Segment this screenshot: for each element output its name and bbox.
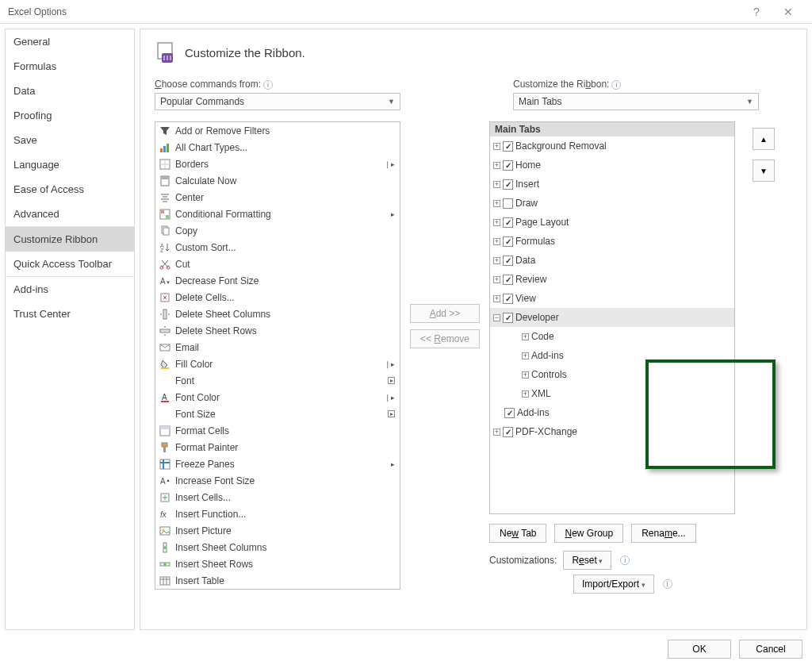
command-item[interactable]: Insert Sheet Columns (155, 539, 400, 555)
remove-button[interactable]: << Remove (410, 329, 480, 348)
choose-commands-dropdown[interactable]: Popular Commands▼ (155, 93, 400, 110)
sidebar-item-trust-center[interactable]: Trust Center (6, 302, 134, 326)
expand-toggle[interactable]: + (522, 352, 529, 359)
ok-button[interactable]: OK (668, 640, 731, 659)
command-item[interactable]: AFont Color❘▸ (155, 389, 400, 406)
command-item[interactable]: All Chart Types... (155, 139, 400, 156)
command-item[interactable]: Freeze Panes▸ (155, 456, 400, 472)
expand-toggle[interactable]: + (493, 200, 500, 207)
close-button[interactable]: ✕ (772, 6, 804, 18)
command-item[interactable]: Copy (155, 222, 400, 239)
command-item[interactable]: AZCustom Sort... (155, 239, 400, 256)
tab-group-item[interactable]: +XML (490, 384, 734, 403)
expand-toggle[interactable]: + (493, 162, 500, 169)
sidebar-item-advanced[interactable]: Advanced (6, 202, 134, 226)
tab-item-pdf-xchange[interactable]: +PDF-XChange (490, 422, 734, 441)
command-item[interactable]: Insert Table (155, 572, 400, 589)
sidebar-item-formulas[interactable]: Formulas (6, 54, 134, 79)
tab-item-review[interactable]: +Review (490, 270, 734, 289)
tab-checkbox[interactable] (503, 141, 513, 152)
expand-toggle[interactable]: + (522, 333, 529, 340)
command-item[interactable]: Delete Sheet Columns (155, 306, 400, 322)
sidebar-item-customize-ribbon[interactable]: Customize Ribbon (6, 227, 134, 252)
tab-checkbox[interactable] (503, 236, 513, 247)
command-item[interactable]: Email (155, 339, 400, 356)
tab-checkbox[interactable] (503, 294, 513, 304)
sidebar-item-data[interactable]: Data (6, 79, 134, 103)
command-item[interactable]: Cut (155, 256, 400, 272)
sidebar-item-general[interactable]: General (6, 29, 134, 54)
info-icon[interactable]: i (663, 579, 672, 589)
import-export-button[interactable]: Import/Export (573, 575, 654, 594)
tab-checkbox[interactable] (503, 160, 513, 171)
expand-toggle[interactable]: − (493, 314, 500, 321)
expand-toggle[interactable]: + (493, 143, 500, 150)
command-item[interactable]: Fill Color❘▸ (155, 356, 400, 372)
tab-item-view[interactable]: +View (490, 289, 734, 308)
tab-item-add-ins[interactable]: Add-ins (490, 403, 734, 422)
command-item[interactable]: A▼Decrease Font Size (155, 272, 400, 289)
command-item[interactable]: Conditional Formatting▸ (155, 206, 400, 222)
command-item[interactable]: Font Size (155, 406, 400, 422)
command-item[interactable]: fxInsert Function... (155, 505, 400, 522)
move-up-button[interactable]: ▲ (753, 128, 775, 150)
info-icon[interactable]: i (263, 80, 273, 90)
tab-item-data[interactable]: +Data (490, 251, 734, 270)
tab-checkbox[interactable] (504, 408, 515, 418)
command-item[interactable]: Center (155, 189, 400, 206)
expand-toggle[interactable]: + (493, 257, 500, 264)
command-item[interactable]: Insert Picture (155, 522, 400, 539)
expand-toggle[interactable]: + (493, 429, 500, 436)
move-down-button[interactable]: ▼ (753, 160, 775, 182)
tab-item-home[interactable]: +Home (490, 156, 734, 175)
sidebar-item-quick-access-toolbar[interactable]: Quick Access Toolbar (6, 252, 134, 276)
command-item[interactable]: Format Painter (155, 439, 400, 456)
new-group-button[interactable]: New Group (554, 524, 623, 543)
command-item[interactable]: Font (155, 372, 400, 389)
tab-checkbox[interactable] (503, 198, 513, 209)
expand-toggle[interactable]: + (493, 238, 500, 245)
tab-item-draw[interactable]: +Draw (490, 194, 734, 213)
commands-listbox[interactable]: Add or Remove FiltersAll Chart Types...B… (155, 121, 400, 590)
command-item[interactable]: Delete Sheet Rows (155, 322, 400, 339)
expand-toggle[interactable]: + (493, 276, 500, 283)
tab-item-formulas[interactable]: +Formulas (490, 232, 734, 251)
tab-checkbox[interactable] (503, 275, 513, 285)
expand-toggle[interactable]: + (493, 295, 500, 302)
sidebar-item-save[interactable]: Save (6, 128, 134, 152)
cancel-button[interactable]: Cancel (739, 640, 802, 659)
sidebar-item-language[interactable]: Language (6, 152, 134, 177)
tab-checkbox[interactable] (503, 179, 513, 190)
info-icon[interactable]: i (611, 80, 621, 90)
info-icon[interactable]: i (620, 555, 630, 565)
tab-item-developer[interactable]: −Developer (490, 308, 734, 327)
reset-button[interactable]: Reset (563, 551, 611, 570)
tab-item-insert[interactable]: +Insert (490, 175, 734, 194)
tab-item-background-removal[interactable]: +Background Removal (490, 136, 734, 156)
ribbon-tabs-tree[interactable]: Main Tabs +Background Removal+Home+Inser… (489, 121, 735, 514)
command-item[interactable]: Delete Cells... (155, 289, 400, 306)
tab-group-item[interactable]: +Add-ins (490, 346, 734, 365)
tab-checkbox[interactable] (503, 256, 513, 266)
tab-item-page-layout[interactable]: +Page Layout (490, 213, 734, 232)
command-item[interactable]: A▲Increase Font Size (155, 472, 400, 489)
command-item[interactable]: Add or Remove Filters (155, 122, 400, 139)
command-item[interactable]: Format Cells (155, 422, 400, 439)
tab-checkbox[interactable] (503, 427, 513, 437)
help-button[interactable]: ? (741, 6, 772, 18)
sidebar-item-ease-of-access[interactable]: Ease of Access (6, 177, 134, 202)
command-item[interactable]: Insert Cells... (155, 489, 400, 505)
tab-group-item[interactable]: +Controls (490, 365, 734, 384)
customize-ribbon-dropdown[interactable]: Main Tabs▼ (513, 93, 759, 110)
tab-checkbox[interactable] (503, 313, 513, 323)
expand-toggle[interactable]: + (522, 371, 529, 379)
expand-toggle[interactable]: + (522, 390, 529, 398)
rename-button[interactable]: Rename... (631, 524, 695, 543)
tab-group-item[interactable]: +Code (490, 327, 734, 346)
tab-checkbox[interactable] (503, 217, 513, 228)
command-item[interactable]: Insert Sheet Rows (155, 555, 400, 572)
new-tab-button[interactable]: New Tab (489, 524, 546, 543)
expand-toggle[interactable]: + (493, 219, 500, 226)
command-item[interactable]: Calculate Now (155, 172, 400, 189)
add-button[interactable]: Add >> (410, 304, 480, 323)
